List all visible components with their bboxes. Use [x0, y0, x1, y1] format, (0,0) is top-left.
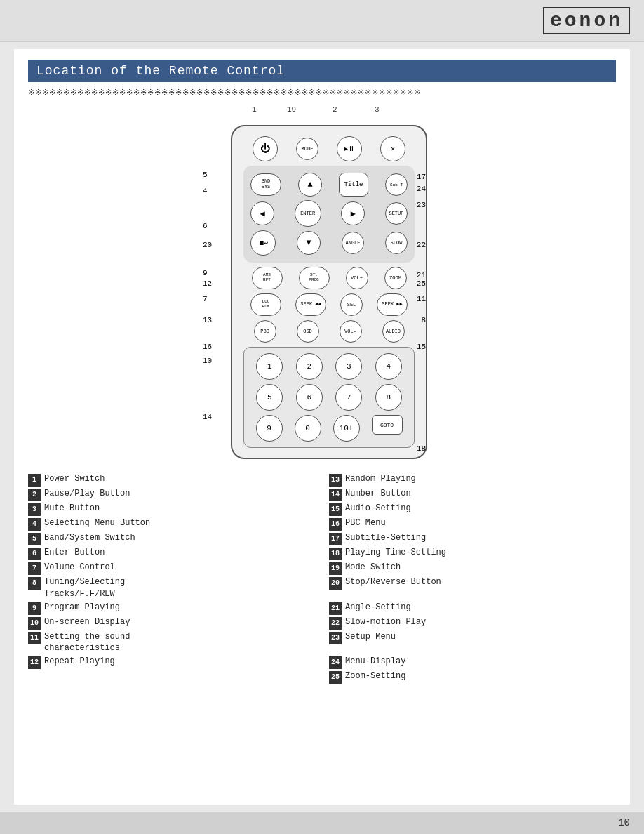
label-21: 21	[417, 271, 426, 279]
legend-item-15: 15 Audio-Setting	[329, 503, 616, 516]
legend-text-12: Repeat Playing	[44, 656, 315, 668]
label-5: 5	[203, 171, 208, 179]
legend-text-3: Mute Button	[44, 503, 315, 515]
power-button[interactable]: ⏻	[253, 136, 278, 161]
legend-num-10: 10	[28, 617, 41, 630]
num-9-button[interactable]: 9	[256, 415, 283, 442]
top-label-2: 2	[333, 105, 337, 114]
title-button[interactable]: Title	[339, 173, 368, 197]
num-3-button[interactable]: 3	[335, 353, 362, 380]
angle-button[interactable]: ANGLE	[342, 232, 364, 254]
top-label-3: 3	[375, 105, 380, 114]
legend-text-25: Zoom-Setting	[345, 670, 616, 682]
osd-button[interactable]: OSD	[297, 320, 319, 343]
legend-item-12: 12 Repeat Playing	[28, 656, 315, 669]
legend-item-23: 23 Setup Menu	[329, 631, 616, 655]
legend-item-18: 18 Playing Time-Setting	[329, 547, 616, 560]
legend-text-4: Selecting Menu Button	[44, 517, 315, 529]
legend-item-17: 17 Subtitle-Setting	[329, 532, 616, 545]
vol-plus-button[interactable]: VOL+	[346, 267, 368, 289]
legend-item-6: 6 Enter Button	[28, 547, 315, 560]
goto-button[interactable]: GOTO	[372, 415, 403, 435]
num-2-button[interactable]: 2	[296, 353, 323, 380]
legend-text-22: Slow-motion Play	[345, 616, 616, 628]
legend-num-24: 24	[329, 656, 342, 669]
legend-item-1: 1 Power Switch	[28, 473, 315, 486]
numpad-row-1: 1 2 3 4	[250, 353, 408, 380]
remote-body: ⏻ MODE ▶⏸ ✕ BND SYS ▲ Title	[231, 125, 427, 459]
seek-back-button[interactable]: SEEK ◀◀	[295, 293, 326, 316]
legend-num-16: 16	[329, 518, 342, 531]
top-label-1: 1	[252, 105, 257, 114]
label-23: 23	[417, 201, 426, 209]
down-arrow-button[interactable]: ▼	[297, 231, 321, 255]
legend-text-10: On-screen Display	[44, 616, 315, 628]
legend-text-8: Tuning/SelectingTracks/F.F/REW	[44, 576, 315, 600]
legend-text-9: Program Playing	[44, 602, 315, 614]
forward-arrow-button[interactable]: ▶	[341, 201, 365, 225]
label-8: 8	[421, 316, 426, 324]
pbc-button[interactable]: PBC	[254, 320, 276, 343]
audio-button[interactable]: AUDIO	[382, 320, 405, 343]
legend-num-7: 7	[28, 562, 41, 575]
legend-num-6: 6	[28, 548, 41, 560]
num-10plus-button[interactable]: 10+	[333, 415, 360, 442]
legend-text-19: Mode Switch	[345, 562, 616, 574]
legend-num-22: 22	[329, 617, 342, 630]
label-7: 7	[203, 295, 208, 303]
label-9: 9	[203, 269, 208, 277]
legend-num-25: 25	[329, 671, 342, 684]
mute-button[interactable]: ✕	[380, 136, 405, 161]
back-arrow-button[interactable]: ◀	[250, 201, 274, 225]
legend-num-1: 1	[28, 474, 41, 486]
legend-num-19: 19	[329, 562, 342, 575]
legend-item-14: 14 Number Button	[329, 488, 616, 501]
stop-rev-button[interactable]: ⏹↩	[250, 230, 276, 256]
legend-text-13: Random Playing	[345, 473, 616, 485]
num-7-button[interactable]: 7	[335, 384, 362, 411]
num-6-button[interactable]: 6	[296, 384, 323, 411]
legend-text-11: Setting the soundcharacteristics	[44, 631, 315, 655]
mode-button[interactable]: MODE	[296, 138, 318, 160]
remote-middle-section: BND SYS ▲ Title Sub·T ◀ ENTER ▶ SETUP	[243, 166, 415, 263]
setup-button[interactable]: SETUP	[385, 202, 408, 225]
divider: ※※※※※※※※※※※※※※※※※※※※※※※※※※※※※※※※※※※※※※※※…	[28, 88, 616, 97]
label-24: 24	[417, 185, 426, 193]
legend-item-19: 19 Mode Switch	[329, 562, 616, 575]
label-10: 10	[203, 357, 212, 365]
numpad-row-3: 9 0 10+ GOTO	[250, 415, 408, 442]
seek-fwd-button[interactable]: SEEK ▶▶	[377, 293, 408, 316]
enter-button[interactable]: ENTER	[295, 200, 321, 227]
bnd-sys-button[interactable]: BND SYS	[250, 173, 281, 196]
num-5-button[interactable]: 5	[256, 384, 283, 411]
remote-row-1: ⏻ MODE ▶⏸ ✕	[243, 136, 415, 161]
num-4-button[interactable]: 4	[375, 353, 402, 380]
sub-t-button[interactable]: Sub·T	[385, 173, 408, 196]
legend-text-18: Playing Time-Setting	[345, 547, 616, 559]
num-1-button[interactable]: 1	[256, 353, 283, 380]
zoom-button[interactable]: ZOOM	[384, 267, 407, 289]
legend-item-24: 24 Menu-Display	[329, 656, 616, 669]
up-arrow-button[interactable]: ▲	[298, 173, 322, 197]
legend-item-3: 3 Mute Button	[28, 503, 315, 516]
ams-rpt-button[interactable]: AMS RPT	[252, 267, 283, 289]
label-22: 22	[417, 241, 426, 249]
play-pause-button[interactable]: ▶⏸	[337, 136, 362, 161]
legend-item-21: 21 Angle-Setting	[329, 602, 616, 615]
legend-item-13: 13 Random Playing	[329, 473, 616, 486]
label-20: 20	[203, 241, 212, 249]
st-prog-button[interactable]: ST. PROG	[299, 267, 330, 289]
legend-item-4: 4 Selecting Menu Button	[28, 517, 315, 531]
content: Location of the Remote Control ※※※※※※※※※…	[14, 49, 630, 805]
vol-minus-button[interactable]: VOL-	[340, 320, 362, 343]
sel-button[interactable]: SEL	[340, 293, 363, 316]
num-0-button[interactable]: 0	[295, 415, 321, 442]
legend-item-8: 8 Tuning/SelectingTracks/F.F/REW	[28, 576, 315, 600]
legend-num-17: 17	[329, 533, 342, 545]
slow-button[interactable]: SLOW	[385, 232, 408, 254]
legend-num-8: 8	[28, 577, 41, 590]
legend-item-5: 5 Band/System Switch	[28, 532, 315, 545]
num-8-button[interactable]: 8	[375, 384, 402, 411]
legend-text-14: Number Button	[345, 488, 616, 500]
loc-rdm-button[interactable]: LOC RDM	[250, 293, 281, 316]
